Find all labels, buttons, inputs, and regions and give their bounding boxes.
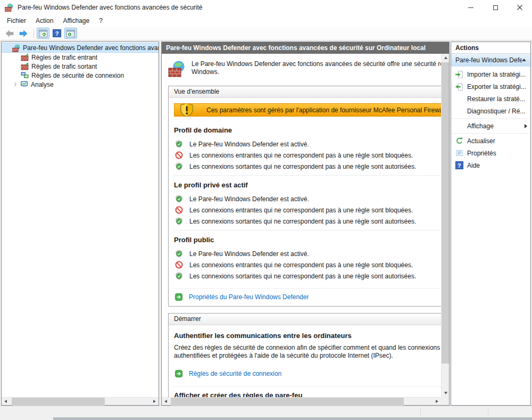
profile-section-domain: Profil de domaine Le Pare-feu Windows De… [174, 121, 441, 175]
firewall-node-icon [12, 44, 20, 52]
tree-item-label: Règles de trafic sortant [31, 63, 97, 70]
status-row: Le Pare-feu Windows Defender est activé. [174, 193, 441, 204]
firewall-large-icon [168, 60, 185, 77]
show-action-pane-button[interactable] [64, 28, 77, 39]
firewall-mmc-window: { "window": { "title": "Pare-feu Windows… [0, 0, 532, 420]
forward-button[interactable] [17, 28, 30, 39]
menu-help[interactable]: ? [94, 16, 107, 26]
actions-panel: Actions Pare-feu Windows Defe... Importe… [451, 42, 531, 406]
window-controls [459, 0, 532, 15]
scroll-right-button[interactable] [433, 398, 441, 406]
scroll-down-icon [444, 392, 447, 394]
warning-banner-text: Ces paramètres sont gérés par l'applicat… [206, 106, 441, 114]
shield-check-icon [175, 217, 183, 225]
blocked-icon [175, 151, 183, 159]
results-vertical-scrollbar[interactable] [441, 54, 449, 397]
tree-root-firewall[interactable]: Pare-feu Windows Defender avec fonctions… [2, 43, 159, 53]
action-affichage[interactable]: Affichage [451, 120, 530, 132]
shield-check-icon [175, 140, 183, 148]
action-properties[interactable]: Propriétés [451, 147, 530, 159]
shield-check-icon [175, 195, 183, 203]
menu-affichage[interactable]: Affichage [58, 16, 94, 26]
status-text: Les connexions entrantes qui ne correspo… [189, 207, 413, 214]
tree-item-inbound-rules[interactable]: Règles de trafic entrant [2, 53, 159, 62]
scrollbar-thumb[interactable] [12, 398, 105, 406]
scroll-left-button[interactable] [162, 398, 170, 406]
maximize-button[interactable] [483, 0, 508, 15]
console-tree: Pare-feu Windows Defender avec fonctions… [2, 42, 159, 89]
status-text: Les connexions entrantes qui ne correspo… [189, 261, 413, 269]
green-arrow-icon [175, 370, 182, 377]
overview-groupbox: Vue d'ensemble Ces paramètres sont gérés… [168, 86, 441, 307]
getting-started-body: Authentifier les communications entre le… [169, 325, 441, 397]
minimize-icon [468, 7, 473, 8]
connection-security-link[interactable]: Règles de sécurité de connexion [189, 370, 281, 377]
show-console-tree-button[interactable] [37, 28, 49, 39]
action-import-policy[interactable]: Importer la stratégi... [451, 68, 530, 80]
intro-block: Le Pare-feu Windows Defender avec foncti… [168, 60, 441, 77]
shield-check-icon [175, 272, 183, 280]
status-row: Les connexions sortantes qui ne correspo… [174, 270, 441, 282]
scroll-right-button[interactable] [151, 398, 159, 406]
section-title: Profil public [174, 236, 441, 244]
actions-separator [451, 133, 530, 134]
back-button[interactable] [3, 28, 16, 39]
auth-heading: Authentifier les communications entre le… [174, 332, 441, 340]
results-content: Le Pare-feu Windows Defender avec foncti… [162, 54, 441, 397]
action-help[interactable]: ? Aide [451, 159, 530, 171]
tree-horizontal-scrollbar[interactable] [2, 397, 159, 405]
actions-panel-title: Actions [451, 42, 530, 54]
status-row: Les connexions entrantes qui ne correspo… [174, 259, 441, 270]
close-icon [517, 5, 522, 10]
section-title: Le profil privé est actif [174, 181, 441, 189]
scroll-left-button[interactable] [2, 398, 10, 406]
tree-item-outbound-rules[interactable]: Règles de trafic sortant [2, 62, 159, 71]
status-text: Les connexions sortantes qui ne correspo… [189, 163, 416, 170]
scroll-left-icon [4, 400, 7, 403]
rules-heading: Afficher et créer des règles de pare-feu [174, 391, 441, 397]
collapse-icon [522, 59, 526, 61]
action-export-policy[interactable]: Exporter la stratégi... [451, 80, 530, 93]
scroll-left-icon [164, 400, 167, 403]
scroll-up-icon [444, 56, 447, 59]
profile-section-private: Le profil privé est actif Le Pare-feu Wi… [174, 175, 441, 230]
scrollbar-corner [441, 397, 449, 405]
shield-check-icon [175, 250, 183, 258]
action-restore-policy[interactable]: Restaurer la straté... [451, 93, 530, 105]
results-horizontal-scrollbar[interactable] [162, 397, 441, 405]
close-button[interactable] [508, 0, 532, 15]
status-text: Le Pare-feu Windows Defender est activé. [189, 195, 309, 203]
menu-action[interactable]: Action [31, 16, 58, 26]
scroll-up-button[interactable] [442, 54, 450, 62]
scrollbar-thumb[interactable] [171, 398, 404, 406]
status-row: Les connexions entrantes qui ne correspo… [174, 204, 441, 216]
expand-chevron-icon[interactable] [13, 83, 16, 86]
tree-item-connection-security[interactable]: Règles de sécurité de connexion [2, 71, 159, 80]
tree-item-label: Règles de sécurité de connexion [31, 72, 124, 79]
scroll-down-button[interactable] [442, 389, 450, 397]
overview-body: Ces paramètres sont gérés par l'applicat… [169, 98, 441, 306]
action-refresh[interactable]: Actualiser [451, 135, 530, 147]
help-toolbar-button[interactable]: ? [51, 28, 63, 39]
auth-paragraph-line: authentifiées et protégées à l'aide de l… [174, 352, 441, 360]
console-tree-panel: Pare-feu Windows Defender avec fonctions… [1, 42, 159, 406]
menu-fichier[interactable]: Fichier [2, 16, 31, 26]
getting-started-groupbox: Démarrer Authentifier les communications… [168, 313, 441, 397]
blocked-icon [175, 261, 183, 269]
tree-item-label: Règles de trafic entrant [31, 54, 97, 61]
results-panel: Pare-feu Windows Defender avec fonctions… [161, 42, 450, 406]
tree-item-analyse[interactable]: Analyse [2, 80, 159, 89]
submenu-arrow-icon [525, 124, 527, 128]
minimize-button[interactable] [459, 0, 483, 15]
status-text: Le Pare-feu Windows Defender est activé. [189, 141, 309, 148]
inbound-rules-icon [21, 53, 29, 61]
actions-group-header[interactable]: Pare-feu Windows Defe... [451, 54, 530, 67]
action-label: Exporter la stratégi... [467, 83, 527, 90]
action-diagnose-repair[interactable]: Diagnostiquer / Ré... [451, 105, 530, 117]
help-icon: ? [455, 161, 463, 170]
firewall-properties-link[interactable]: Propriétés du Pare-feu Windows Defender [189, 293, 309, 301]
scrollbar-thumb[interactable] [442, 62, 449, 364]
export-policy-icon [455, 83, 463, 91]
forward-arrow-icon [19, 30, 28, 37]
warning-shield-icon [179, 103, 195, 117]
